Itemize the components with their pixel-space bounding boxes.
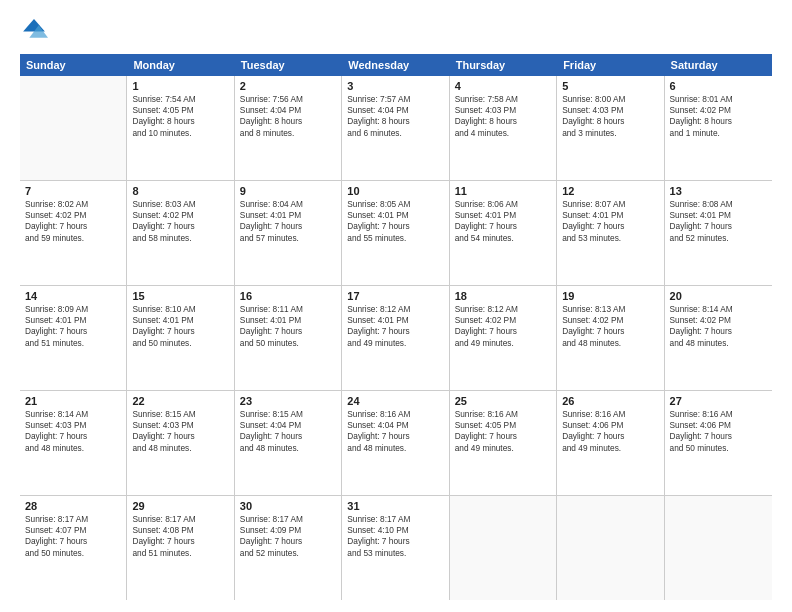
calendar: SundayMondayTuesdayWednesdayThursdayFrid… [20,54,772,600]
header-day-tuesday: Tuesday [235,54,342,76]
day-number: 18 [455,290,551,302]
header-day-thursday: Thursday [450,54,557,76]
cell-info-line: Daylight: 8 hours [562,116,658,127]
cell-info-line: Sunrise: 7:58 AM [455,94,551,105]
cell-info-line: Sunrise: 8:16 AM [562,409,658,420]
cell-info-line: Sunrise: 8:07 AM [562,199,658,210]
cell-info-line: Daylight: 7 hours [25,326,121,337]
header-day-wednesday: Wednesday [342,54,449,76]
cell-info-line: Sunrise: 8:17 AM [240,514,336,525]
cell-info-line: Sunrise: 8:17 AM [347,514,443,525]
cell-info-line: and 48 minutes. [347,443,443,454]
cell-info-line: Daylight: 7 hours [132,221,228,232]
cell-info-line: and 3 minutes. [562,128,658,139]
cell-info-line: Sunrise: 8:06 AM [455,199,551,210]
page: SundayMondayTuesdayWednesdayThursdayFrid… [0,0,792,612]
cell-info-line: and 53 minutes. [562,233,658,244]
cell-info-line: and 50 minutes. [240,338,336,349]
cell-info-line: Sunrise: 8:05 AM [347,199,443,210]
week-row-2: 7Sunrise: 8:02 AMSunset: 4:02 PMDaylight… [20,181,772,286]
cell-info-line: Sunset: 4:05 PM [455,420,551,431]
cal-cell: 26Sunrise: 8:16 AMSunset: 4:06 PMDayligh… [557,391,664,495]
cal-cell [557,496,664,600]
cell-info-line: and 59 minutes. [25,233,121,244]
cell-info-line: Daylight: 7 hours [347,431,443,442]
cell-info-line: Sunrise: 8:16 AM [670,409,767,420]
header-day-saturday: Saturday [665,54,772,76]
cell-info-line: Sunset: 4:01 PM [25,315,121,326]
cal-cell: 30Sunrise: 8:17 AMSunset: 4:09 PMDayligh… [235,496,342,600]
cell-info-line: Sunset: 4:02 PM [25,210,121,221]
cell-info-line: Sunrise: 8:10 AM [132,304,228,315]
day-number: 12 [562,185,658,197]
cell-info-line: Sunset: 4:01 PM [562,210,658,221]
cell-info-line: Sunset: 4:03 PM [455,105,551,116]
cal-cell: 11Sunrise: 8:06 AMSunset: 4:01 PMDayligh… [450,181,557,285]
cell-info-line: Sunrise: 7:57 AM [347,94,443,105]
week-row-3: 14Sunrise: 8:09 AMSunset: 4:01 PMDayligh… [20,286,772,391]
day-number: 15 [132,290,228,302]
cell-info-line: and 6 minutes. [347,128,443,139]
day-number: 23 [240,395,336,407]
cell-info-line: and 48 minutes. [25,443,121,454]
cell-info-line: Sunrise: 8:15 AM [240,409,336,420]
cal-cell: 12Sunrise: 8:07 AMSunset: 4:01 PMDayligh… [557,181,664,285]
day-number: 2 [240,80,336,92]
cell-info-line: Sunset: 4:04 PM [240,105,336,116]
day-number: 24 [347,395,443,407]
cell-info-line: and 10 minutes. [132,128,228,139]
day-number: 7 [25,185,121,197]
cell-info-line: Sunset: 4:04 PM [347,420,443,431]
cell-info-line: and 49 minutes. [347,338,443,349]
week-row-1: 1Sunrise: 7:54 AMSunset: 4:05 PMDaylight… [20,76,772,181]
cell-info-line: Sunset: 4:02 PM [132,210,228,221]
cell-info-line: Daylight: 8 hours [455,116,551,127]
cell-info-line: Sunrise: 7:56 AM [240,94,336,105]
cell-info-line: Sunrise: 8:17 AM [25,514,121,525]
day-number: 31 [347,500,443,512]
cell-info-line: Daylight: 7 hours [132,431,228,442]
cal-cell: 27Sunrise: 8:16 AMSunset: 4:06 PMDayligh… [665,391,772,495]
cal-cell: 31Sunrise: 8:17 AMSunset: 4:10 PMDayligh… [342,496,449,600]
cal-cell: 22Sunrise: 8:15 AMSunset: 4:03 PMDayligh… [127,391,234,495]
day-number: 6 [670,80,767,92]
cal-cell: 5Sunrise: 8:00 AMSunset: 4:03 PMDaylight… [557,76,664,180]
cell-info-line: Sunrise: 8:13 AM [562,304,658,315]
cell-info-line: Daylight: 8 hours [132,116,228,127]
cell-info-line: and 57 minutes. [240,233,336,244]
cal-cell [665,496,772,600]
day-number: 20 [670,290,767,302]
day-number: 11 [455,185,551,197]
cell-info-line: and 52 minutes. [240,548,336,559]
day-number: 25 [455,395,551,407]
cell-info-line: Daylight: 7 hours [132,326,228,337]
header-day-friday: Friday [557,54,664,76]
cell-info-line: Daylight: 8 hours [240,116,336,127]
cell-info-line: Sunset: 4:03 PM [562,105,658,116]
day-number: 17 [347,290,443,302]
cal-cell [450,496,557,600]
cell-info-line: Daylight: 7 hours [240,431,336,442]
cal-cell: 20Sunrise: 8:14 AMSunset: 4:02 PMDayligh… [665,286,772,390]
cal-cell [20,76,127,180]
cell-info-line: Daylight: 7 hours [347,326,443,337]
day-number: 21 [25,395,121,407]
cal-cell: 4Sunrise: 7:58 AMSunset: 4:03 PMDaylight… [450,76,557,180]
day-number: 14 [25,290,121,302]
cell-info-line: Sunset: 4:01 PM [240,315,336,326]
cell-info-line: Sunrise: 8:03 AM [132,199,228,210]
week-row-4: 21Sunrise: 8:14 AMSunset: 4:03 PMDayligh… [20,391,772,496]
cell-info-line: Sunrise: 8:16 AM [455,409,551,420]
cell-info-line: Daylight: 7 hours [347,221,443,232]
cal-cell: 2Sunrise: 7:56 AMSunset: 4:04 PMDaylight… [235,76,342,180]
cell-info-line: Daylight: 8 hours [347,116,443,127]
header [20,16,772,44]
cal-cell: 23Sunrise: 8:15 AMSunset: 4:04 PMDayligh… [235,391,342,495]
calendar-header: SundayMondayTuesdayWednesdayThursdayFrid… [20,54,772,76]
cell-info-line: and 50 minutes. [670,443,767,454]
cell-info-line: Daylight: 7 hours [240,326,336,337]
logo [20,16,52,44]
cell-info-line: and 48 minutes. [240,443,336,454]
cell-info-line: and 51 minutes. [132,548,228,559]
day-number: 13 [670,185,767,197]
